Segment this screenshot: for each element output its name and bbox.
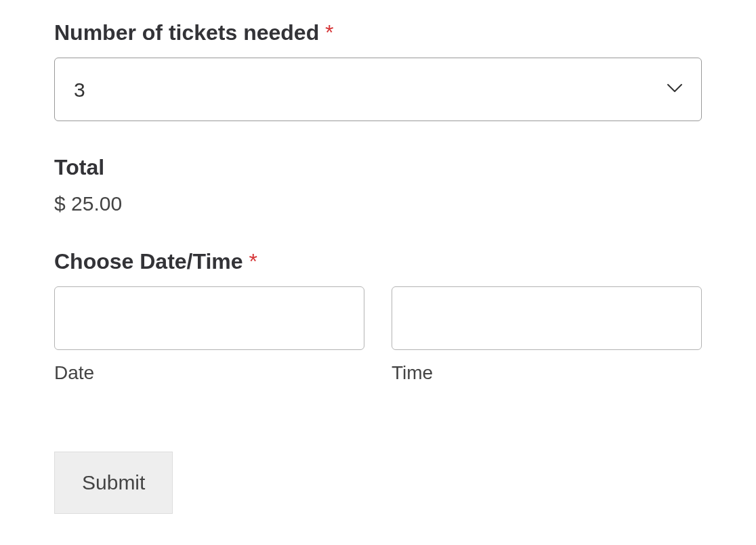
datetime-field-group: Choose Date/Time * Date Time bbox=[54, 249, 702, 384]
datetime-label-text: Choose Date/Time bbox=[54, 249, 243, 274]
tickets-select[interactable]: 3 bbox=[54, 58, 702, 121]
total-label: Total bbox=[54, 155, 702, 180]
date-column: Date bbox=[54, 286, 364, 384]
datetime-row: Date Time bbox=[54, 286, 702, 384]
tickets-select-wrapper: 3 bbox=[54, 58, 702, 121]
time-input[interactable] bbox=[392, 286, 702, 350]
date-input[interactable] bbox=[54, 286, 364, 350]
total-value: $ 25.00 bbox=[54, 192, 702, 215]
date-sublabel: Date bbox=[54, 362, 364, 384]
tickets-label: Number of tickets needed * bbox=[54, 20, 702, 45]
time-column: Time bbox=[392, 286, 702, 384]
time-sublabel: Time bbox=[392, 362, 702, 384]
tickets-label-text: Number of tickets needed bbox=[54, 20, 319, 45]
tickets-field-group: Number of tickets needed * 3 bbox=[54, 20, 702, 121]
required-marker: * bbox=[325, 20, 333, 45]
required-marker: * bbox=[249, 249, 257, 274]
submit-button[interactable]: Submit bbox=[54, 452, 173, 514]
total-field-group: Total $ 25.00 bbox=[54, 155, 702, 215]
datetime-label: Choose Date/Time * bbox=[54, 249, 702, 274]
